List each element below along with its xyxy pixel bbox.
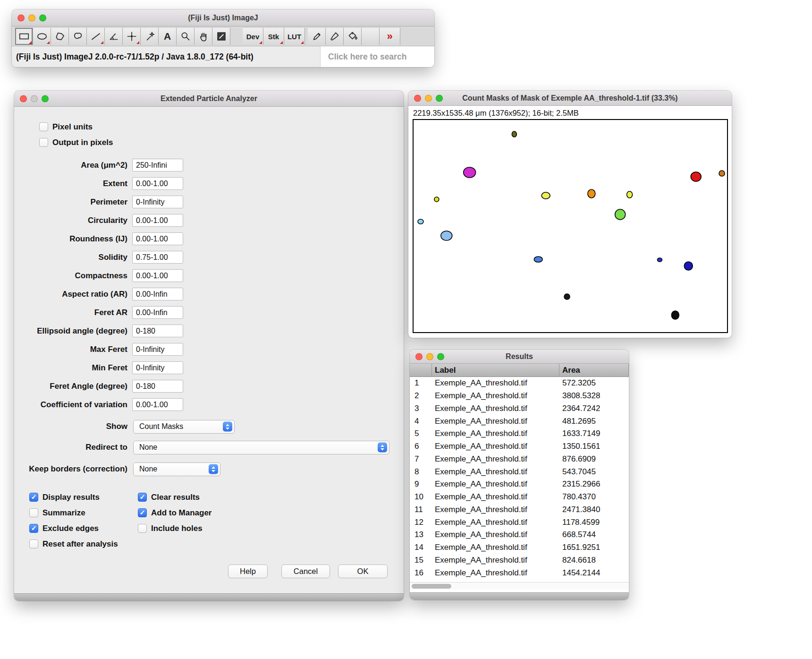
checkbox[interactable]: ✓ — [29, 539, 38, 548]
checkbox[interactable]: ✓ — [29, 508, 38, 517]
table-row[interactable]: 3 Exemple_AA_threshold.tif 2364.7242 — [410, 402, 629, 415]
table-row[interactable]: 4 Exemple_AA_threshold.tif 481.2695 — [410, 415, 629, 428]
table-row[interactable]: 1 Exemple_AA_threshold.tif 572.3205 — [410, 377, 629, 390]
parameter-label: Roundness (IJ) — [14, 234, 127, 244]
rectangle-tool-button[interactable] — [15, 27, 33, 45]
freehand-tool-button[interactable] — [69, 27, 87, 45]
close-button[interactable] — [17, 14, 25, 21]
row-number: 7 — [410, 454, 432, 464]
checkbox-option[interactable]: ✓ Summarize — [29, 505, 118, 521]
redirect-dropdown[interactable]: None — [133, 441, 389, 454]
close-button[interactable] — [20, 95, 27, 102]
zoom-tool-button[interactable] — [177, 27, 195, 45]
minimize-button[interactable] — [28, 14, 35, 21]
header-area[interactable]: Area — [559, 364, 629, 377]
table-row[interactable]: 10 Exemple_AA_threshold.tif 780.4370 — [410, 491, 629, 504]
table-row[interactable]: 6 Exemple_AA_threshold.tif 1350.1561 — [410, 440, 629, 453]
table-row[interactable]: 9 Exemple_AA_threshold.tif 2315.2966 — [410, 478, 629, 491]
zoom-window-button[interactable] — [39, 14, 46, 21]
cancel-button[interactable]: Cancel — [281, 565, 330, 578]
checkbox-option[interactable]: ✓ Add to Manager — [138, 505, 211, 521]
checkbox-option[interactable]: ✓ Display results — [29, 489, 118, 505]
parameter-input[interactable]: 0-Infinity — [132, 343, 183, 356]
more-tools-button[interactable]: » — [380, 27, 400, 45]
mask-titlebar[interactable]: Count Masks of Mask of Exemple AA_thresh… — [408, 91, 732, 106]
checkbox[interactable]: ✓ — [138, 508, 147, 517]
show-dropdown[interactable]: Count Masks — [133, 420, 235, 434]
minimize-button[interactable] — [31, 95, 38, 102]
checkbox[interactable]: ✓ — [39, 122, 48, 131]
header-label[interactable]: Label — [432, 364, 559, 377]
checkbox-option[interactable]: ✓ Pixel units — [39, 119, 113, 135]
table-row[interactable]: 5 Exemple_AA_threshold.tif 1633.7149 — [410, 428, 629, 440]
parameter-row: Roundness (IJ) 0.00-1.00 — [14, 230, 404, 248]
close-button[interactable] — [414, 94, 421, 102]
analyzer-titlebar[interactable]: Extended Particle Analyzer — [14, 91, 404, 107]
parameter-input[interactable]: 250-Infini — [132, 159, 183, 171]
horizontal-scrollbar[interactable] — [410, 582, 629, 590]
polygon-tool-button[interactable] — [51, 27, 69, 45]
stack-menu-button[interactable]: Stk — [263, 27, 284, 45]
checkbox-option[interactable]: ✓ Output in pixels — [39, 135, 113, 150]
checkbox-option[interactable]: ✓ Exclude edges — [29, 521, 118, 536]
zoom-window-button[interactable] — [437, 353, 444, 360]
table-row[interactable]: 8 Exemple_AA_threshold.tif 543.7045 — [410, 465, 629, 478]
checkbox[interactable]: ✓ — [138, 493, 147, 502]
table-row[interactable]: 13 Exemple_AA_threshold.tif 668.5744 — [410, 529, 629, 541]
angle-tool-button[interactable] — [105, 27, 123, 45]
pencil-tool-button[interactable] — [308, 27, 326, 45]
table-row[interactable]: 12 Exemple_AA_threshold.tif 1178.4599 — [410, 516, 629, 529]
table-row[interactable]: 16 Exemple_AA_threshold.tif 1454.2144 — [410, 566, 629, 579]
table-row[interactable]: 7 Exemple_AA_threshold.tif 876.6909 — [410, 453, 629, 466]
help-button[interactable]: Help — [228, 565, 268, 578]
minimize-button[interactable] — [426, 353, 433, 360]
parameter-input[interactable]: 0.00-1.00 — [132, 214, 183, 227]
checkbox[interactable]: ✓ — [29, 493, 38, 502]
parameter-input[interactable]: 0.00-1.00 — [132, 177, 183, 190]
oval-tool-button[interactable] — [33, 27, 51, 45]
parameter-input[interactable]: 0-Infinity — [132, 196, 183, 208]
row-area: 780.4370 — [559, 492, 629, 502]
scrollbar-thumb[interactable] — [412, 584, 451, 589]
checkbox[interactable]: ✓ — [39, 138, 48, 147]
parameter-input[interactable]: 0-Infinity — [132, 361, 183, 374]
table-row[interactable]: 2 Exemple_AA_threshold.tif 3808.5328 — [410, 390, 629, 402]
checkbox[interactable]: ✓ — [138, 524, 147, 533]
parameter-input[interactable]: 0.00-1.00 — [132, 269, 183, 282]
checkbox-option[interactable]: ✓ Include holes — [138, 521, 211, 536]
hand-tool-button[interactable] — [195, 27, 212, 45]
parameter-input[interactable]: 0.00-1.00 — [132, 398, 183, 411]
imagej-titlebar[interactable]: (Fiji Is Just) ImageJ — [12, 9, 434, 26]
row-number: 9 — [410, 479, 432, 489]
keep-borders-dropdown[interactable]: None — [133, 462, 220, 476]
parameter-input[interactable]: 0.00-1.00 — [132, 232, 183, 245]
parameter-input[interactable]: 0.00-Infin — [132, 306, 183, 319]
checkbox-option[interactable]: ✓ Clear results — [138, 489, 211, 505]
checkbox[interactable]: ✓ — [29, 524, 38, 533]
close-button[interactable] — [415, 353, 423, 360]
parameter-input[interactable]: 0-180 — [132, 325, 183, 337]
parameter-input[interactable]: 0.75-1.00 — [132, 251, 183, 264]
zoom-window-button[interactable] — [42, 95, 49, 102]
text-tool-button[interactable]: A — [159, 27, 177, 45]
zoom-window-button[interactable] — [436, 94, 443, 102]
table-row[interactable]: 14 Exemple_AA_threshold.tif 1651.9251 — [410, 541, 629, 554]
color-picker-tool-button[interactable] — [212, 27, 230, 45]
checkbox-option[interactable]: ✓ Reset after analysis — [29, 536, 118, 552]
minimize-button[interactable] — [425, 94, 432, 102]
table-row[interactable]: 15 Exemple_AA_threshold.tif 824.6618 — [410, 554, 629, 567]
image-canvas[interactable] — [413, 119, 728, 333]
flood-fill-tool-button[interactable] — [344, 27, 362, 45]
results-titlebar[interactable]: Results — [410, 350, 629, 364]
parameter-input[interactable]: 0-180 — [132, 380, 183, 393]
lut-menu-button[interactable]: LUT — [284, 27, 305, 45]
ok-button[interactable]: OK — [338, 565, 388, 578]
table-row[interactable]: 11 Exemple_AA_threshold.tif 2471.3840 — [410, 504, 629, 516]
dev-menu-button[interactable]: Dev — [243, 27, 263, 45]
line-tool-button[interactable] — [87, 27, 105, 45]
point-tool-button[interactable] — [123, 27, 141, 45]
search-input[interactable]: Click here to search — [320, 46, 434, 67]
paintbrush-tool-button[interactable] — [326, 27, 344, 45]
wand-tool-button[interactable] — [141, 27, 159, 45]
parameter-input[interactable]: 0.00-Infin — [132, 288, 183, 300]
